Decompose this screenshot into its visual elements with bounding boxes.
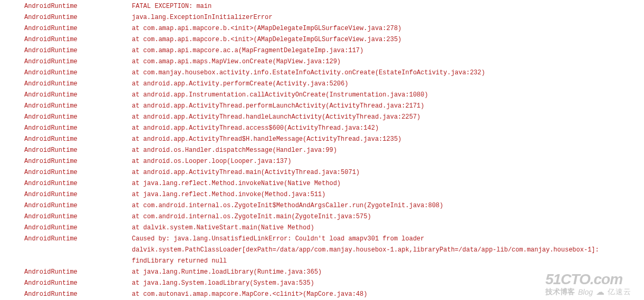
log-line: AndroidRuntime at com.amap.api.mapcore.b… xyxy=(0,34,644,45)
log-message: at com.amap.api.mapcore.b.<init>(AMapDel… xyxy=(105,23,401,34)
log-line: AndroidRuntime at android.app.ActivityTh… xyxy=(0,123,644,134)
log-message: at com.android.internal.os.ZygoteInit.ma… xyxy=(105,211,371,222)
log-message: at java.lang.System.loadLibrary(System.j… xyxy=(105,278,314,289)
log-tag: AndroidRuntime xyxy=(0,211,105,222)
log-message: at dalvik.system.NativeStart.main(Native… xyxy=(105,222,314,234)
log-tag: AndroidRuntime xyxy=(0,12,105,23)
log-tag: AndroidRuntime xyxy=(0,123,105,134)
log-tag: AndroidRuntime xyxy=(0,90,105,101)
log-message: at java.lang.reflect.Method.invoke(Metho… xyxy=(105,189,325,200)
log-tag: AndroidRuntime xyxy=(0,234,105,267)
log-tag: AndroidRuntime xyxy=(0,134,105,145)
log-message: at java.lang.reflect.Method.invokeNative… xyxy=(105,178,341,189)
log-message: at java.lang.Runtime.loadLibrary(Runtime… xyxy=(105,267,322,278)
log-message: at com.manjay.housebox.activity.info.Est… xyxy=(105,67,485,79)
log-output[interactable]: AndroidRuntime FATAL EXCEPTION: main And… xyxy=(0,0,644,300)
log-line: AndroidRuntime at java.lang.Runtime.load… xyxy=(0,267,644,278)
log-tag: AndroidRuntime xyxy=(0,278,105,289)
log-tag: AndroidRuntime xyxy=(0,1,105,12)
log-message: java.lang.ExceptionInInitializerError xyxy=(105,12,272,23)
log-tag: AndroidRuntime xyxy=(0,79,105,90)
log-tag: AndroidRuntime xyxy=(0,200,105,211)
log-tag: AndroidRuntime xyxy=(0,267,105,278)
log-tag: AndroidRuntime xyxy=(0,156,105,167)
log-message: at android.app.Activity.performCreate(Ac… xyxy=(105,79,348,90)
log-line: AndroidRuntime at android.os.Looper.loop… xyxy=(0,156,644,167)
log-tag: AndroidRuntime xyxy=(0,289,105,300)
log-line: AndroidRuntime at com.manjay.housebox.ac… xyxy=(0,67,644,79)
log-tag: AndroidRuntime xyxy=(0,101,105,112)
log-line: AndroidRuntime at android.app.Instrument… xyxy=(0,90,644,101)
log-line: AndroidRuntime at com.amap.api.mapcore.a… xyxy=(0,45,644,56)
log-tag: AndroidRuntime xyxy=(0,145,105,156)
log-message: at com.amap.api.mapcore.ac.a(MapFragment… xyxy=(105,45,363,56)
log-message: at android.os.Looper.loop(Looper.java:13… xyxy=(105,156,291,167)
log-tag: AndroidRuntime xyxy=(0,178,105,189)
log-line: AndroidRuntime at com.amap.api.mapcore.b… xyxy=(0,23,644,34)
log-message: at com.amap.api.maps.MapView.onCreate(Ma… xyxy=(105,56,341,67)
log-message: at android.app.ActivityThread$H.handleMe… xyxy=(105,134,401,145)
log-message: at com.android.internal.os.ZygoteInit$Me… xyxy=(105,200,444,211)
log-message: at com.autonavi.amap.mapcore.MapCore.<cl… xyxy=(105,289,367,300)
log-tag: AndroidRuntime xyxy=(0,167,105,178)
log-message: at android.os.Handler.dispatchMessage(Ha… xyxy=(105,145,337,156)
log-line: AndroidRuntime at android.app.ActivityTh… xyxy=(0,134,644,145)
log-tag: AndroidRuntime xyxy=(0,189,105,200)
log-message: at android.app.ActivityThread.performLau… xyxy=(105,101,425,112)
log-line: AndroidRuntime at android.os.Handler.dis… xyxy=(0,145,644,156)
log-line: AndroidRuntime java.lang.ExceptionInInit… xyxy=(0,12,644,23)
log-line: AndroidRuntime at java.lang.reflect.Meth… xyxy=(0,178,644,189)
log-line: AndroidRuntime at dalvik.system.NativeSt… xyxy=(0,222,644,234)
log-line: AndroidRuntime at com.amap.api.maps.MapV… xyxy=(0,56,644,67)
log-line: AndroidRuntime at android.app.ActivityTh… xyxy=(0,112,644,123)
log-line: AndroidRuntime at android.app.ActivityTh… xyxy=(0,101,644,112)
log-line: AndroidRuntime at android.app.Activity.p… xyxy=(0,79,644,90)
log-line: AndroidRuntime Caused by: java.lang.Unsa… xyxy=(0,234,644,267)
log-message: at android.app.Instrumentation.callActiv… xyxy=(105,90,428,101)
log-line: AndroidRuntime at com.android.internal.o… xyxy=(0,211,644,222)
log-message: at android.app.ActivityThread.access$600… xyxy=(105,123,379,134)
log-message: FATAL EXCEPTION: main xyxy=(105,1,212,12)
log-message: at android.app.ActivityThread.handleLaun… xyxy=(105,112,420,123)
log-message: at android.app.ActivityThread.main(Activ… xyxy=(105,167,360,178)
log-tag: AndroidRuntime xyxy=(0,45,105,56)
log-line: AndroidRuntime at java.lang.System.loadL… xyxy=(0,278,644,289)
log-tag: AndroidRuntime xyxy=(0,56,105,67)
log-line: AndroidRuntime at com.android.internal.o… xyxy=(0,200,644,211)
log-line: AndroidRuntime at android.app.ActivityTh… xyxy=(0,167,644,178)
log-tag: AndroidRuntime xyxy=(0,67,105,79)
log-tag: AndroidRuntime xyxy=(0,23,105,34)
log-line: AndroidRuntime FATAL EXCEPTION: main xyxy=(0,1,644,12)
log-message: Caused by: java.lang.UnsatisfiedLinkErro… xyxy=(105,234,612,267)
log-line: AndroidRuntime at com.autonavi.amap.mapc… xyxy=(0,289,644,300)
log-line: AndroidRuntime at java.lang.reflect.Meth… xyxy=(0,189,644,200)
log-message: at com.amap.api.mapcore.b.<init>(AMapDel… xyxy=(105,34,401,45)
log-tag: AndroidRuntime xyxy=(0,34,105,45)
log-tag: AndroidRuntime xyxy=(0,222,105,234)
log-tag: AndroidRuntime xyxy=(0,112,105,123)
